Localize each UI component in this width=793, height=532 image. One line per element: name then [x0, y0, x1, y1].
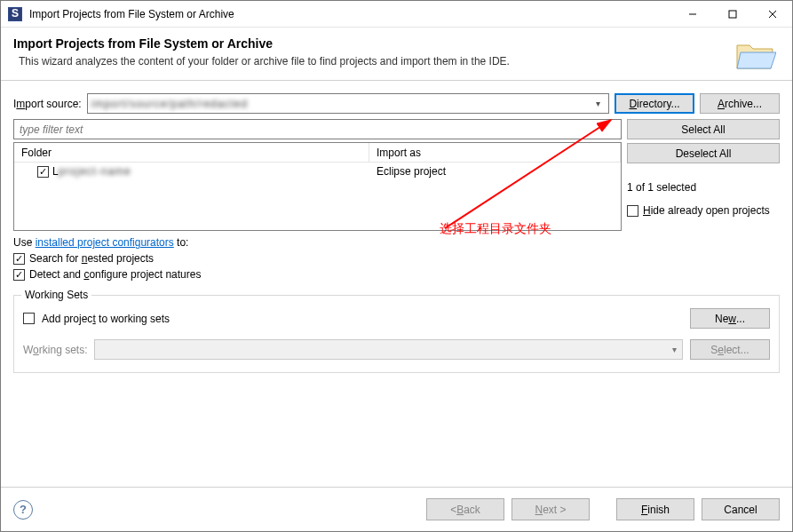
- projects-table[interactable]: Folder Import as Lproject-name Eclipse p…: [13, 142, 622, 231]
- next-button: Next >: [511, 498, 590, 520]
- wizard-title: Import Projects from File System or Arch…: [13, 36, 725, 51]
- wizard-content: Import source: import/source/path/redact…: [1, 81, 792, 487]
- help-icon[interactable]: ?: [13, 500, 33, 520]
- new-working-set-button[interactable]: New...: [690, 308, 770, 329]
- chevron-down-icon: ▾: [666, 345, 682, 354]
- svg-text:S: S: [12, 8, 19, 20]
- working-sets-label: Working sets:: [23, 344, 87, 356]
- chevron-down-icon: ▾: [591, 99, 605, 108]
- configurators-line: Use installed project configurators to:: [13, 236, 780, 249]
- svg-marker-7: [737, 52, 776, 68]
- import-source-label: Import source:: [13, 98, 82, 110]
- app-icon: S: [8, 7, 22, 21]
- wizard-header: Import Projects from File System or Arch…: [1, 28, 792, 81]
- detect-natures-label: Detect and configure project natures: [29, 268, 201, 281]
- table-row[interactable]: Lproject-name Eclipse project: [14, 163, 621, 180]
- cancel-button[interactable]: Cancel: [702, 498, 780, 520]
- table-header: Folder Import as: [14, 143, 621, 163]
- add-working-sets-label: Add project to working sets: [42, 313, 170, 325]
- hide-open-checkbox[interactable]: [627, 205, 638, 217]
- configurators-link[interactable]: installed project configurators: [36, 236, 174, 249]
- import-source-row: Import source: import/source/path/redact…: [13, 93, 780, 114]
- col-folder[interactable]: Folder: [14, 143, 369, 162]
- minimize-button[interactable]: [672, 1, 712, 27]
- folder-import-icon: [734, 36, 776, 72]
- finish-button[interactable]: Finish: [616, 498, 694, 520]
- deselect-all-button[interactable]: Deselect All: [627, 143, 780, 163]
- row-checkbox[interactable]: [37, 166, 49, 178]
- selection-buttons: Select All Deselect All 1 of 1 selected …: [627, 119, 780, 231]
- maximize-button[interactable]: [712, 1, 752, 27]
- filter-input[interactable]: [13, 119, 622, 139]
- projects-area: Folder Import as Lproject-name Eclipse p…: [13, 119, 780, 231]
- window-title: Import Projects from File System or Arch…: [29, 8, 234, 20]
- svg-rect-3: [729, 11, 736, 18]
- select-working-set-button: Select...: [690, 339, 770, 360]
- working-sets-combo: ▾: [94, 339, 683, 360]
- dialog-window: S Import Projects from File System or Ar…: [0, 0, 793, 532]
- wizard-footer: ? < Back Next > Finish Cancel: [1, 487, 792, 531]
- row-import-as: Eclipse project: [369, 165, 446, 178]
- back-button: < Back: [426, 498, 504, 520]
- search-nested-label: Search for nested projects: [29, 252, 154, 265]
- detect-natures-checkbox[interactable]: [13, 269, 25, 281]
- working-sets-legend: Working Sets: [21, 289, 91, 301]
- import-source-value: import/source/path/redacted: [91, 98, 248, 110]
- import-source-combo[interactable]: import/source/path/redacted ▾: [87, 93, 609, 114]
- directory-button[interactable]: Directory...: [615, 93, 694, 114]
- row-folder-name: Lproject-name: [52, 165, 131, 178]
- add-working-sets-checkbox[interactable]: [23, 313, 35, 324]
- select-all-button[interactable]: Select All: [627, 119, 780, 139]
- search-nested-checkbox[interactable]: [13, 253, 25, 265]
- selected-count: 1 of 1 selected: [627, 181, 780, 194]
- wizard-description: This wizard analyzes the content of your…: [13, 55, 725, 67]
- titlebar: S Import Projects from File System or Ar…: [1, 1, 792, 28]
- close-button[interactable]: [752, 1, 792, 27]
- hide-open-label: Hide already open projects: [643, 204, 770, 217]
- archive-button[interactable]: Archive...: [700, 93, 780, 114]
- working-sets-group: Working Sets Add project to working sets…: [13, 295, 780, 373]
- col-import-as[interactable]: Import as: [369, 143, 621, 162]
